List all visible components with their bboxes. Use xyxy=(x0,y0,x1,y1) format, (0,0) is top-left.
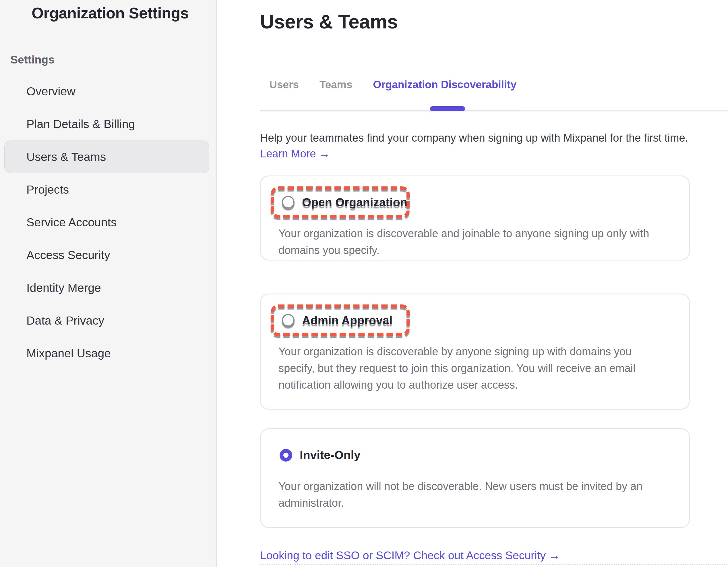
sidebar-item-overview[interactable]: Overview xyxy=(4,75,209,108)
bottom-dotted-divider xyxy=(260,564,728,565)
option-description-open-organization: Your organization is discoverable and jo… xyxy=(278,225,680,258)
sidebar-item-users-teams[interactable]: Users & Teams xyxy=(4,140,209,173)
sidebar-item-access-security[interactable]: Access Security xyxy=(4,239,209,271)
sidebar-item-data-privacy[interactable]: Data & Privacy xyxy=(4,304,209,337)
option-label-open-organization: Open Organization xyxy=(302,195,407,209)
sidebar-item-identity-merge[interactable]: Identity Merge xyxy=(4,271,209,304)
organization-settings-page: Organization Settings Settings Overview … xyxy=(0,0,728,567)
learn-more-link[interactable]: Learn More → xyxy=(260,148,330,160)
page-title: Users & Teams xyxy=(260,10,398,33)
radio-invite-only-selected[interactable] xyxy=(280,449,292,462)
option-card-admin-approval: Admin Approval Your organization is disc… xyxy=(260,294,690,410)
red-dashed-annotation-open-organization: Open Organization xyxy=(271,186,410,218)
option-label-invite-only: Invite-Only xyxy=(300,448,361,462)
option-description-invite-only: Your organization will not be discoverab… xyxy=(278,478,680,511)
option-row-invite-only: Invite-Only xyxy=(280,448,361,462)
tab-strip-divider xyxy=(260,110,520,111)
option-label-admin-approval: Admin Approval xyxy=(302,314,392,327)
access-security-link[interactable]: Looking to edit SSO or SCIM? Check out A… xyxy=(260,549,560,562)
option-card-invite-only: Invite-Only Your organization will not b… xyxy=(260,428,690,528)
sidebar-section-label: Settings xyxy=(10,53,55,66)
option-description-admin-approval: Your organization is discoverable by any… xyxy=(278,343,680,393)
radio-admin-approval[interactable] xyxy=(282,314,295,327)
sidebar-nav: Overview Plan Details & Billing Users & … xyxy=(4,75,209,370)
tab-organization-discoverability[interactable]: Organization Discoverability xyxy=(373,78,516,91)
tab-bar: Users Teams Organization Discoverability xyxy=(269,78,516,91)
sidebar-item-service-accounts[interactable]: Service Accounts xyxy=(4,206,209,239)
active-tab-indicator xyxy=(430,106,465,111)
sidebar-item-plan-details-billing[interactable]: Plan Details & Billing xyxy=(4,108,209,140)
tab-teams[interactable]: Teams xyxy=(320,78,353,91)
sidebar-item-mixpanel-usage[interactable]: Mixpanel Usage xyxy=(4,337,209,370)
sidebar-title: Organization Settings xyxy=(32,4,189,22)
sidebar-item-projects[interactable]: Projects xyxy=(4,173,209,206)
radio-open-organization[interactable] xyxy=(282,196,295,208)
tab-users[interactable]: Users xyxy=(269,78,299,91)
red-dashed-annotation-admin-approval: Admin Approval xyxy=(271,305,410,336)
intro-text: Help your teammates find your company wh… xyxy=(260,131,725,145)
sidebar: Organization Settings Settings Overview … xyxy=(0,0,217,567)
option-card-open-organization: Open Organization Your organization is d… xyxy=(260,175,690,260)
